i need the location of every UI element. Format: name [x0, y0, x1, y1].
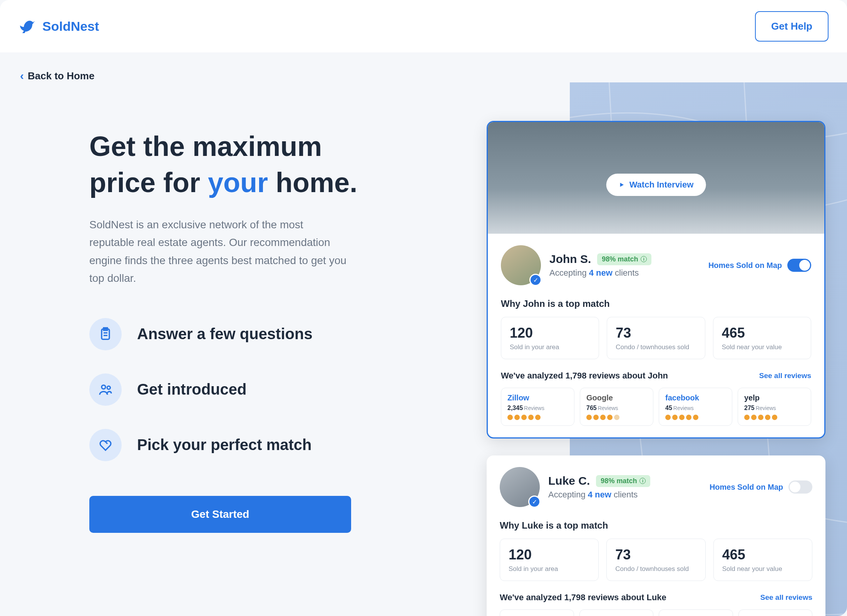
- step-item: Get introduced: [89, 373, 385, 406]
- headline-post: home.: [268, 167, 357, 198]
- agent-cards: Watch Interview ✓ John S. 98% match: [487, 121, 825, 616]
- people-icon: [89, 373, 122, 406]
- review-source: yelp: [744, 393, 805, 402]
- review-box: yelp275Reviews: [738, 609, 813, 616]
- agent-name: Luke C.: [548, 474, 590, 487]
- review-count: 275Reviews: [744, 405, 805, 412]
- agent-name: John S.: [549, 253, 591, 266]
- step-label: Pick your perfect match: [137, 436, 312, 454]
- see-all-reviews-link[interactable]: See all reviews: [759, 372, 811, 380]
- agent-card: ✓ Luke C. 98% match i Accepting 4 new cl…: [487, 455, 825, 616]
- get-help-button[interactable]: Get Help: [755, 11, 829, 42]
- avatar: ✓: [501, 245, 541, 285]
- stat-label: Condo / townhouses sold: [616, 343, 696, 351]
- map-toggle-label: Homes Sold on Map: [708, 261, 782, 270]
- stat-box: 465 Sold near your value: [713, 317, 811, 359]
- stat-label: Sold in your area: [509, 565, 590, 573]
- map-toggle[interactable]: [787, 259, 811, 272]
- stat-value: 120: [509, 547, 590, 563]
- rating-dots: [744, 415, 805, 420]
- verified-badge-icon: ✓: [528, 495, 541, 508]
- logo[interactable]: SoldNest: [18, 17, 99, 35]
- headline-accent: your: [208, 167, 268, 198]
- match-text: 98% match: [601, 477, 637, 485]
- step-item: Pick your perfect match: [89, 429, 385, 461]
- info-icon[interactable]: i: [641, 256, 647, 262]
- map-toggle-label: Homes Sold on Map: [710, 483, 783, 492]
- stat-box: 465 Sold near your value: [713, 539, 812, 581]
- stat-value: 465: [722, 547, 803, 563]
- review-count: 2,345Reviews: [507, 405, 568, 412]
- accepting-text: Accepting 4 new clients: [549, 268, 700, 278]
- review-source: facebook: [665, 393, 726, 402]
- map-toggle[interactable]: [788, 480, 812, 494]
- review-box: facebook45Reviews: [659, 609, 733, 616]
- verified-badge-icon: ✓: [529, 274, 542, 286]
- header: SoldNest Get Help: [0, 0, 847, 52]
- see-all-reviews-link[interactable]: See all reviews: [760, 593, 812, 602]
- stat-value: 73: [616, 325, 696, 341]
- info-icon[interactable]: i: [639, 478, 646, 484]
- match-badge: 98% match i: [597, 253, 651, 265]
- review-source: Zillow: [507, 393, 568, 402]
- review-box: Google765Reviews: [579, 609, 654, 616]
- why-match-title: Why John is a top match: [501, 298, 811, 309]
- stat-grid: 120 Sold in your area 73 Condo / townhou…: [501, 317, 811, 359]
- back-to-home-link[interactable]: ‹ Back to Home: [0, 52, 847, 82]
- review-grid: Zillow2,345ReviewsGoogle765Reviewsfacebo…: [501, 388, 811, 426]
- step-label: Answer a few questions: [137, 325, 313, 343]
- review-box: facebook45Reviews: [659, 388, 732, 426]
- review-count: 765Reviews: [586, 405, 647, 412]
- review-count: 45Reviews: [665, 405, 726, 412]
- svg-point-2: [107, 386, 110, 389]
- reviews-analyzed-title: We've analyzed 1,798 reviews about Luke: [500, 593, 666, 603]
- stat-grid: 120 Sold in your area 73 Condo / townhou…: [500, 539, 812, 581]
- play-icon: [619, 182, 625, 188]
- avatar: ✓: [500, 467, 540, 507]
- review-box: Zillow2,345Reviews: [501, 388, 574, 426]
- review-box: Zillow2,345Reviews: [500, 609, 574, 616]
- back-link-label: Back to Home: [28, 70, 94, 82]
- stat-label: Sold in your area: [510, 343, 590, 351]
- brand-name: SoldNest: [42, 19, 99, 34]
- bird-icon: [18, 17, 37, 35]
- rating-dots: [665, 415, 726, 420]
- stat-label: Condo / townhouses sold: [615, 565, 696, 573]
- chevron-left-icon: ‹: [20, 69, 24, 82]
- subtext: SoldNest is an exclusive network of the …: [89, 216, 351, 287]
- rating-dots: [507, 415, 568, 420]
- review-box: yelp275Reviews: [738, 388, 811, 426]
- agent-card: Watch Interview ✓ John S. 98% match: [487, 121, 825, 439]
- stat-box: 73 Condo / townhouses sold: [606, 539, 705, 581]
- step-label: Get introduced: [137, 381, 246, 398]
- accepting-text: Accepting 4 new clients: [548, 490, 701, 500]
- hero-section: Get the maximum price for your home. Sol…: [0, 82, 424, 533]
- agent-hero-image: Watch Interview: [488, 122, 824, 234]
- stat-label: Sold near your value: [722, 343, 802, 351]
- reviews-analyzed-title: We've analyzed 1,798 reviews about John: [501, 371, 668, 381]
- heart-handshake-icon: [89, 429, 122, 461]
- review-grid: Zillow2,345ReviewsGoogle765Reviewsfacebo…: [500, 609, 812, 616]
- svg-point-1: [102, 385, 105, 389]
- stat-box: 120 Sold in your area: [500, 539, 599, 581]
- step-item: Answer a few questions: [89, 318, 385, 350]
- headline: Get the maximum price for your home.: [89, 129, 385, 201]
- clipboard-icon: [89, 318, 122, 350]
- steps-list: Answer a few questions Get introduced Pi…: [89, 318, 385, 461]
- stat-label: Sold near your value: [722, 565, 803, 573]
- stat-value: 73: [615, 547, 696, 563]
- stat-value: 465: [722, 325, 802, 341]
- match-text: 98% match: [602, 255, 638, 263]
- match-badge: 98% match i: [596, 475, 650, 487]
- rating-dots: [586, 415, 647, 420]
- stat-value: 120: [510, 325, 590, 341]
- stat-box: 120 Sold in your area: [501, 317, 599, 359]
- review-source: Google: [586, 393, 647, 402]
- review-box: Google765Reviews: [580, 388, 653, 426]
- why-match-title: Why Luke is a top match: [500, 520, 812, 531]
- watch-interview-button[interactable]: Watch Interview: [606, 174, 706, 196]
- watch-interview-label: Watch Interview: [629, 180, 694, 190]
- get-started-button[interactable]: Get Started: [89, 496, 351, 533]
- stat-box: 73 Condo / townhouses sold: [607, 317, 705, 359]
